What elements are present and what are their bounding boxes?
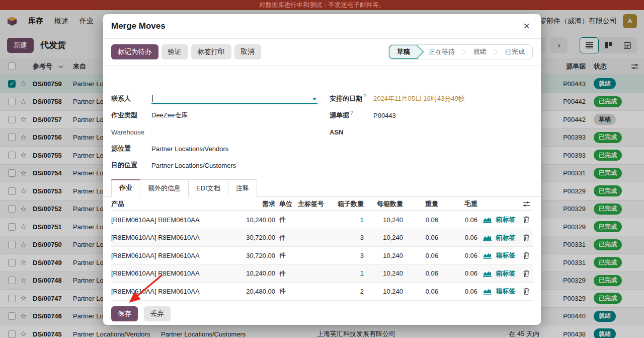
- column-header-product[interactable]: 产品: [111, 199, 233, 209]
- trash-icon: [523, 270, 529, 277]
- optional-columns-button[interactable]: [520, 201, 533, 207]
- moves-table-header: 产品 需求 单位 主标签号 箱子数量 每箱数量 重量 毛重: [111, 197, 533, 211]
- forecast-chart-button[interactable]: [477, 288, 492, 295]
- move-per-box[interactable]: 10,240: [364, 216, 403, 224]
- area-chart-icon: [483, 234, 492, 241]
- move-line-row[interactable]: [R8EM0610AA] R8EM0610AA 20,480.00 件 2 10…: [111, 283, 533, 301]
- tab-extra-info[interactable]: 额外的信息: [140, 179, 189, 197]
- column-header-unit[interactable]: 单位: [275, 199, 293, 209]
- move-boxes[interactable]: 1: [329, 216, 364, 224]
- asn-label: ASN: [330, 128, 373, 136]
- move-product[interactable]: [R8EM0610AA] R8EM0610AA: [111, 234, 233, 241]
- column-header-master-label[interactable]: 主标签号: [293, 199, 329, 209]
- dest-location-value[interactable]: Partner Locations/Customers: [151, 162, 236, 169]
- area-chart-icon: [483, 270, 492, 277]
- column-header-weight[interactable]: 重量: [403, 199, 438, 209]
- tab-operations[interactable]: 作业: [111, 179, 140, 197]
- source-document-label: 源单据?: [330, 110, 373, 120]
- move-demand[interactable]: 10,240.00: [233, 269, 275, 277]
- delete-row-button[interactable]: [520, 234, 533, 241]
- close-icon[interactable]: ×: [523, 21, 530, 32]
- move-per-box[interactable]: 10,240: [364, 234, 403, 241]
- status-step-ready[interactable]: 就绪: [466, 45, 494, 59]
- print-label-button[interactable]: 标签打印: [191, 44, 231, 59]
- column-header-boxes[interactable]: 箱子数量: [329, 199, 364, 209]
- move-gross-weight[interactable]: 0.06: [438, 288, 477, 295]
- box-label-link[interactable]: 箱标签: [492, 215, 520, 224]
- delete-row-button[interactable]: [520, 288, 533, 295]
- source-document-value[interactable]: P00443: [373, 112, 396, 119]
- delete-row-button[interactable]: [520, 270, 533, 277]
- status-step-waiting[interactable]: 正在等待: [418, 45, 462, 59]
- dropdown-caret-icon[interactable]: [312, 98, 316, 100]
- validate-button[interactable]: 验证: [162, 44, 188, 59]
- delete-row-button[interactable]: [520, 216, 533, 223]
- moves-table-body: [R8EM0610AA] R8EM0610AA 10,240.00 件 1 10…: [111, 211, 533, 301]
- move-weight[interactable]: 0.06: [403, 288, 438, 295]
- scheduled-date-label: 安排的日期?: [330, 94, 373, 103]
- cancel-button[interactable]: 取消: [234, 44, 261, 59]
- box-label-link[interactable]: 箱标签: [492, 287, 520, 296]
- help-icon: ?: [363, 94, 366, 99]
- move-demand[interactable]: 30,720.00: [233, 234, 275, 241]
- source-location-label: 源位置: [111, 144, 151, 153]
- move-boxes[interactable]: 2: [329, 288, 364, 295]
- text-cursor: [152, 95, 153, 102]
- move-per-box[interactable]: 10,240: [364, 269, 403, 277]
- contact-label: 联系人: [111, 94, 151, 103]
- move-unit: 件: [275, 269, 293, 278]
- move-boxes[interactable]: 3: [329, 234, 364, 241]
- box-label-link[interactable]: 箱标签: [492, 269, 520, 278]
- move-weight[interactable]: 0.06: [403, 252, 438, 259]
- move-line-row[interactable]: [R8EM0610AA] R8EM0610AA 10,240.00 件 1 10…: [111, 265, 533, 283]
- forecast-chart-button[interactable]: [477, 270, 492, 277]
- move-boxes[interactable]: 1: [329, 269, 364, 277]
- box-label-link[interactable]: 箱标签: [492, 233, 520, 242]
- tab-edi-documents[interactable]: EDI文档: [188, 179, 228, 197]
- operation-type-value[interactable]: DeeZee仓库: [151, 111, 188, 120]
- move-weight[interactable]: 0.06: [403, 216, 438, 224]
- move-weight[interactable]: 0.06: [403, 269, 438, 277]
- status-step-draft[interactable]: 草稿: [389, 45, 418, 59]
- move-product[interactable]: [R8EM0610AA] R8EM0610AA: [111, 216, 233, 224]
- box-label-link[interactable]: 箱标签: [492, 251, 520, 260]
- move-gross-weight[interactable]: 0.06: [438, 252, 477, 259]
- move-per-box[interactable]: 10,240: [364, 288, 403, 295]
- move-product[interactable]: [R8EM0610AA] R8EM0610AA: [111, 269, 233, 277]
- move-weight[interactable]: 0.06: [403, 234, 438, 241]
- tab-notes[interactable]: 注释: [228, 179, 257, 197]
- move-line-row[interactable]: [R8EM0610AA] R8EM0610AA 30,720.00 件 3 10…: [111, 229, 533, 247]
- move-product[interactable]: [R8EM0610AA] R8EM0610AA: [111, 288, 233, 295]
- move-boxes[interactable]: 3: [329, 252, 364, 259]
- move-gross-weight[interactable]: 0.06: [438, 216, 477, 224]
- column-header-demand[interactable]: 需求: [233, 199, 275, 209]
- status-step-done[interactable]: 已完成: [498, 45, 532, 59]
- merge-moves-dialog: Merge Moves × 标记为待办 验证 标签打印 取消 草稿 正在等待 就…: [103, 14, 541, 325]
- move-unit: 件: [275, 251, 293, 260]
- move-demand[interactable]: 20,480.00: [233, 288, 275, 295]
- move-line-row[interactable]: [R8EM0610AA] R8EM0610AA 30,720.00 件 3 10…: [111, 247, 533, 265]
- trash-icon: [523, 216, 529, 223]
- source-location-value[interactable]: Partner Locations/Vendors: [151, 145, 228, 153]
- area-chart-icon: [483, 288, 492, 295]
- mark-todo-button[interactable]: 标记为待办: [111, 44, 158, 59]
- forecast-chart-button[interactable]: [477, 216, 492, 223]
- forecast-chart-button[interactable]: [477, 252, 492, 259]
- column-header-per-box[interactable]: 每箱数量: [364, 199, 403, 209]
- move-demand[interactable]: 10,240.00: [233, 216, 275, 224]
- move-gross-weight[interactable]: 0.06: [438, 234, 477, 241]
- move-demand[interactable]: 30,720.00: [233, 252, 275, 259]
- move-per-box[interactable]: 10,240: [364, 252, 403, 259]
- forecast-chart-button[interactable]: [477, 234, 492, 241]
- move-line-row[interactable]: [R8EM0610AA] R8EM0610AA 10,240.00 件 1 10…: [111, 211, 533, 229]
- scheduled-date-value[interactable]: 2024年11月05日 16时43分49秒: [373, 94, 465, 103]
- column-header-gross-weight[interactable]: 毛重: [438, 199, 477, 209]
- discard-button[interactable]: 丢弃: [144, 306, 171, 321]
- save-button[interactable]: 保存: [111, 306, 138, 321]
- operation-type-label: 作业类型: [111, 111, 151, 120]
- delete-row-button[interactable]: [520, 252, 533, 259]
- move-product[interactable]: [R8EM0610AA] R8EM0610AA: [111, 252, 233, 259]
- move-gross-weight[interactable]: 0.06: [438, 269, 477, 277]
- contact-input[interactable]: [151, 93, 317, 104]
- trash-icon: [523, 252, 529, 259]
